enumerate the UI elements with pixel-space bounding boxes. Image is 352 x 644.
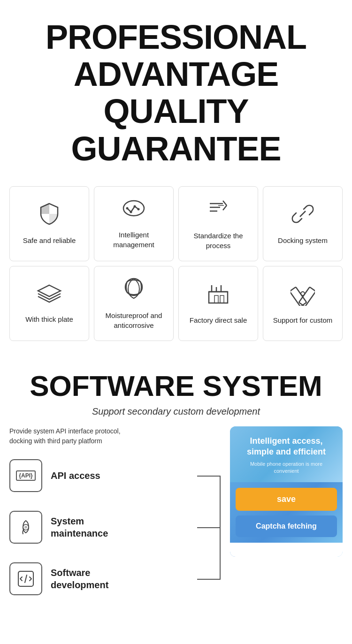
svg-line-11: [223, 201, 227, 205]
grid-row-2: With thick plate Moistureproof and antic…: [9, 266, 343, 341]
svg-point-5: [130, 211, 132, 213]
svg-point-27: [24, 526, 27, 529]
feature-intelligent: Intelligent management: [94, 186, 174, 261]
feature-label: Moistureproof and anticorrosive: [99, 311, 168, 330]
software-section: SOFTWARE SYSTEM Support secondary custom…: [0, 355, 352, 621]
feature-docking: Docking system: [263, 186, 343, 261]
custom-icon: [291, 281, 315, 310]
api-icon: {API}: [9, 459, 42, 492]
link-icon: [291, 202, 315, 230]
feature-label: With thick plate: [25, 314, 73, 324]
feature-thick-plate: With thick plate: [9, 266, 89, 341]
svg-line-29: [25, 575, 27, 583]
svg-point-7: [138, 208, 140, 210]
header-line3: QUALITY GUARANTEE: [71, 92, 281, 167]
sw-item-api: {API} API access: [9, 459, 221, 492]
feature-label: Intelligent management: [99, 230, 168, 250]
header-line1: PROFESSIONAL: [46, 18, 306, 56]
feature-label: Standardize the process: [184, 231, 253, 250]
layers-icon: [36, 282, 62, 309]
panel-main-text: Intelligent access,simple and efficient: [237, 436, 335, 458]
svg-point-25: [301, 292, 305, 295]
factory-icon: [205, 281, 231, 310]
provide-text: Provide system API interface protocol,do…: [9, 426, 221, 446]
code-icon: [9, 562, 42, 595]
header-title: PROFESSIONAL ADVANTAGE QUALITY GUARANTEE: [9, 19, 343, 167]
shield-icon: [37, 202, 61, 230]
panel-bottom: [230, 543, 343, 557]
maintenance-icon: [9, 511, 42, 544]
maintenance-label: Systemmaintenance: [51, 515, 108, 539]
software-title: SOFTWARE SYSTEM: [9, 369, 343, 402]
captcha-button[interactable]: Captcha fetching: [236, 515, 337, 537]
header-line2: ADVANTAGE: [74, 55, 278, 93]
svg-rect-18: [220, 295, 224, 303]
feature-moistureproof: Moistureproof and anticorrosive: [94, 266, 174, 341]
sw-item-development: Softwaredevelopment: [9, 562, 221, 595]
svg-rect-23: [291, 287, 306, 306]
svg-point-6: [134, 205, 136, 207]
sw-item-maintenance: Systemmaintenance: [9, 511, 221, 544]
save-button[interactable]: save: [236, 488, 337, 511]
feature-safe-reliable: Safe and reliable: [9, 186, 89, 261]
feature-factory: Factory direct sale: [178, 266, 258, 341]
cloud-icon: [121, 198, 147, 224]
software-left: Provide system API interface protocol,do…: [9, 426, 221, 612]
panel-card: Intelligent access,simple and efficient …: [230, 426, 343, 557]
grid-row-1: Safe and reliable Intelligent management: [9, 186, 343, 261]
sw-items-wrapper: {API} API access: [9, 459, 221, 595]
process-icon: [206, 197, 230, 225]
features-grid: Safe and reliable Intelligent management: [0, 182, 352, 355]
feature-label: Docking system: [278, 235, 328, 245]
api-label: API access: [51, 470, 100, 482]
panel-buttons: save Captcha fetching: [230, 482, 343, 543]
feature-custom: Support for custom: [263, 266, 343, 341]
development-label: Softwaredevelopment: [51, 567, 108, 591]
feature-label: Factory direct sale: [190, 315, 247, 325]
panel-top: Intelligent access,simple and efficient …: [230, 426, 343, 483]
software-right: Intelligent access,simple and efficient …: [230, 426, 343, 557]
leaf-icon: [122, 277, 146, 305]
feature-label: Safe and reliable: [23, 235, 76, 245]
svg-line-12: [223, 205, 227, 210]
svg-rect-17: [214, 295, 218, 303]
panel-sub-text: Mobile phone operation is moreconvenient: [237, 461, 335, 475]
header-section: PROFESSIONAL ADVANTAGE QUALITY GUARANTEE: [0, 0, 352, 182]
feature-label: Support for custom: [273, 315, 333, 325]
svg-rect-24: [299, 287, 315, 306]
software-body: Provide system API interface protocol,do…: [9, 426, 343, 612]
svg-point-4: [126, 207, 129, 209]
software-subtitle: Support secondary custom development: [9, 406, 343, 417]
feature-standardize: Standardize the process: [178, 186, 258, 261]
